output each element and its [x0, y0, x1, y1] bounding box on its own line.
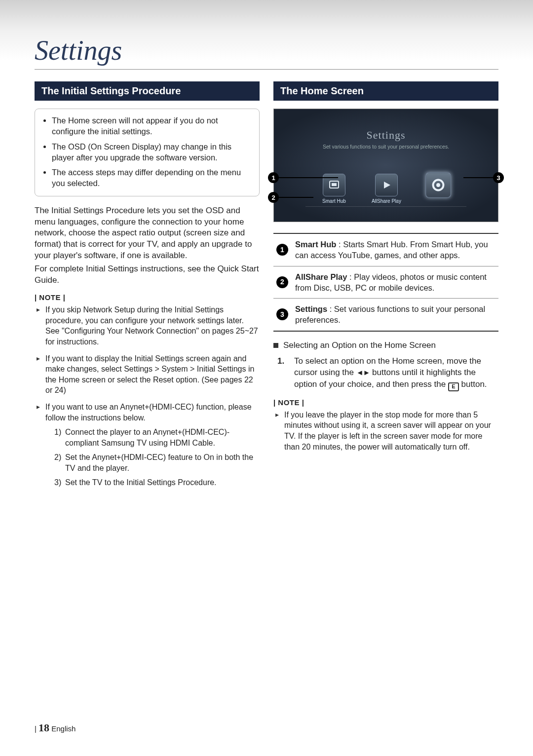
- note-label: | NOTE |: [273, 398, 498, 407]
- legend-term: Settings: [295, 304, 327, 313]
- step-text: button.: [459, 379, 487, 389]
- page-title: Settings: [35, 35, 498, 70]
- svg-point-4: [436, 183, 440, 187]
- dock-divider: [305, 206, 467, 207]
- section-header-home-screen: The Home Screen: [273, 81, 498, 101]
- info-bullet: The access steps may differ depending on…: [52, 167, 251, 189]
- dock-item-settings[interactable]: [427, 174, 450, 204]
- dock-item-smart-hub[interactable]: Smart Hub: [322, 174, 346, 204]
- footer-language: English: [51, 724, 76, 733]
- note-item: If you want to use an Anynet+(HDMI-CEC) …: [37, 402, 260, 488]
- tv-settings-subtitle: Set various functions to suit your perso…: [274, 144, 498, 150]
- body-paragraph: The Initial Settings Procedure lets you …: [35, 205, 260, 262]
- callout-line: [463, 177, 493, 178]
- step-number: 1.: [277, 355, 288, 391]
- info-bullet: The Home screen will not appear if you d…: [52, 115, 251, 137]
- note-item: If you want to display the Initial Setti…: [37, 353, 260, 396]
- sub-step: 1)Connect the player to an Anynet+(HDMI-…: [54, 427, 260, 448]
- section-header-initial-settings: The Initial Settings Procedure: [35, 81, 260, 101]
- legend-term: AllShare Play: [295, 272, 347, 281]
- dock-label: Smart Hub: [322, 198, 346, 204]
- legend-row: 2 AllShare Play : Play videos, photos or…: [273, 266, 498, 299]
- legend-number-icon: 2: [276, 276, 288, 288]
- note-item-text: If you want to use an Anynet+(HDMI-CEC) …: [45, 403, 252, 422]
- legend-number-icon: 3: [276, 308, 288, 320]
- legend-term: Smart Hub: [295, 240, 336, 249]
- dock: Smart Hub AllShare Play: [274, 174, 498, 204]
- step-item: 1. To select an option on the Home scree…: [277, 355, 498, 391]
- step-list: 1. To select an option on the Home scree…: [273, 355, 498, 391]
- left-right-arrows-icon: ◄►: [356, 368, 370, 377]
- info-box: The Home screen will not appear if you d…: [35, 109, 260, 196]
- allshare-play-icon: [375, 174, 398, 196]
- legend-row: 1 Smart Hub : Starts Smart Hub. From Sma…: [273, 234, 498, 266]
- callout-line: [279, 177, 338, 178]
- note-item: If you skip Network Setup during the Ini…: [37, 304, 260, 347]
- callout-1: 1: [268, 172, 279, 183]
- note-item: If you leave the player in the stop mode…: [275, 410, 498, 452]
- dock-label: AllShare Play: [372, 198, 401, 204]
- callout-line: [279, 197, 313, 198]
- home-screen-illustration: Settings Set various functions to suit y…: [273, 109, 498, 222]
- note-label: | NOTE |: [35, 293, 260, 302]
- footer-divider: |: [35, 724, 37, 733]
- settings-gear-icon: [425, 172, 451, 198]
- body-paragraph: For complete Initial Settings instructio…: [35, 264, 260, 286]
- callout-3: 3: [493, 172, 504, 183]
- page-number: 18: [38, 721, 49, 734]
- callout-2: 2: [268, 192, 279, 203]
- left-column: The Initial Settings Procedure The Home …: [35, 81, 260, 494]
- legend-number-icon: 1: [276, 244, 288, 256]
- info-bullet: The OSD (On Screen Display) may change i…: [52, 141, 251, 163]
- subsection-heading: Selecting an Option on the Home Screen: [273, 340, 498, 350]
- page-footer: | 18 English: [35, 721, 76, 734]
- svg-marker-2: [384, 182, 390, 189]
- enter-button-icon: E: [448, 382, 459, 391]
- legend-table: 1 Smart Hub : Starts Smart Hub. From Sma…: [273, 233, 498, 332]
- dock-item-allshare-play[interactable]: AllShare Play: [372, 174, 401, 204]
- sub-step: 2)Set the Anynet+(HDMI-CEC) feature to O…: [54, 452, 260, 473]
- legend-row: 3 Settings : Set various functions to su…: [273, 299, 498, 331]
- tv-settings-title: Settings: [274, 109, 498, 142]
- sub-step: 3)Set the TV to the Initial Settings Pro…: [54, 477, 260, 488]
- right-column: The Home Screen Settings Set various fun…: [273, 81, 498, 494]
- svg-rect-1: [332, 183, 337, 186]
